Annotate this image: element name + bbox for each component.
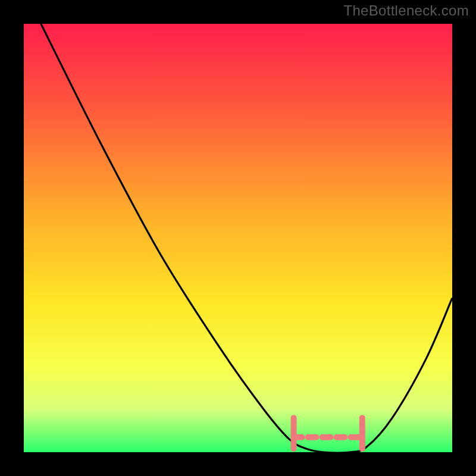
watermark-label: TheBottleneck.com [343, 2, 469, 19]
plot-background [24, 24, 452, 452]
chart-frame: TheBottleneck.com [0, 0, 476, 476]
bottleneck-chart [0, 0, 476, 476]
